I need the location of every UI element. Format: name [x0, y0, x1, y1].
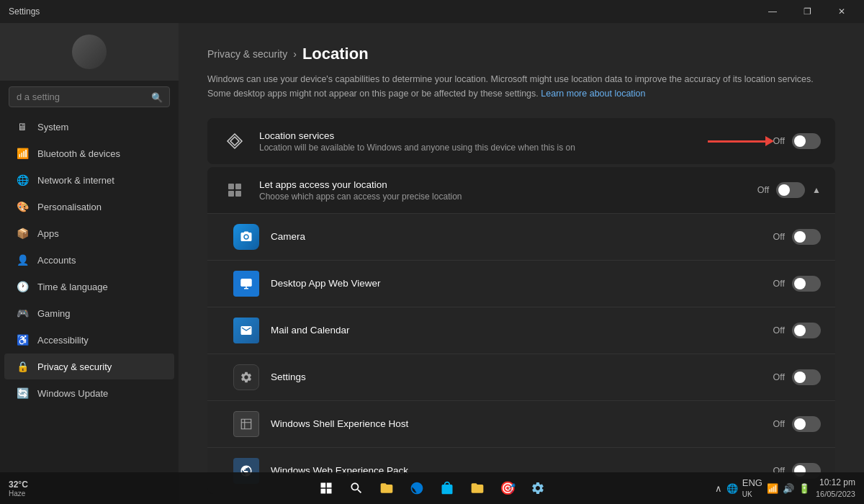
shell-state: Off — [773, 419, 785, 429]
system-tray-icons: ∧ 🌐 ENG UK 📶 🔊 🔋 — [715, 477, 810, 499]
page-title: Location — [302, 45, 369, 63]
sidebar-item-update[interactable]: 🔄 Windows Update — [4, 380, 174, 406]
location-services-card: Location services Location will be avail… — [207, 118, 835, 164]
desktop-app-row: Desktop App Web Viewer Off — [207, 261, 835, 307]
camera-state: Off — [773, 232, 785, 242]
app-access-title: Let apps access your location — [259, 179, 757, 190]
camera-controls: Off — [773, 229, 821, 245]
red-arrow-indicator — [708, 136, 774, 146]
camera-text: Camera — [271, 231, 773, 243]
apps-icon: 📦 — [16, 228, 29, 239]
sidebar-item-accessibility[interactable]: ♿ Accessibility — [4, 327, 174, 353]
location-services-toggle[interactable] — [792, 133, 821, 149]
mail-toggle[interactable] — [792, 323, 821, 338]
toggle-thumb — [794, 325, 806, 336]
location-services-row: Location services Location will be avail… — [207, 118, 835, 164]
gaming-icon: 🎮 — [16, 307, 29, 319]
toggle-thumb — [778, 184, 790, 196]
edge-button[interactable] — [404, 475, 430, 501]
settings-app-controls: Off — [773, 369, 821, 385]
window-controls: — ❐ ✕ — [756, 0, 858, 23]
widget-button[interactable]: 🎯 — [495, 475, 521, 501]
settings-app-title: Settings — [271, 372, 773, 382]
sidebar-item-personalisation[interactable]: 🎨 Personalisation — [4, 194, 174, 220]
file-explorer-button[interactable] — [374, 475, 400, 501]
accessibility-icon: ♿ — [16, 334, 29, 346]
svg-rect-1 — [235, 184, 241, 189]
settings-app-toggle[interactable] — [792, 369, 821, 385]
search-taskbar-button[interactable] — [343, 475, 369, 501]
network-icon: 🌐 — [16, 174, 29, 186]
location-services-title: Location services — [259, 130, 773, 141]
camera-title: Camera — [271, 231, 773, 242]
desktop-app-toggle[interactable] — [792, 276, 821, 292]
settings-taskbar-button[interactable] — [525, 475, 551, 501]
battery-icon[interactable]: 🔋 — [798, 483, 810, 494]
sidebar-nav: 🖥 System 📶 Bluetooth & devices 🌐 Network… — [0, 113, 179, 504]
shell-toggle[interactable] — [792, 416, 821, 432]
sidebar-item-privacy[interactable]: 🔒 Privacy & security — [4, 354, 174, 379]
chevron-up-icon[interactable]: ▲ — [812, 185, 821, 195]
shell-row: Windows Shell Experience Host Off — [207, 401, 835, 448]
mail-title: Mail and Calendar — [271, 325, 773, 336]
svg-rect-5 — [241, 279, 252, 287]
avatar — [72, 35, 107, 69]
network-tray-icon[interactable]: 🌐 — [726, 483, 738, 494]
taskbar: 32°C Haze — [0, 472, 864, 504]
personalisation-icon: 🎨 — [16, 201, 29, 212]
desktop-app-text: Desktop App Web Viewer — [271, 278, 773, 290]
desktop-app-state: Off — [773, 279, 785, 289]
app-access-toggle[interactable] — [776, 182, 805, 198]
volume-icon[interactable]: 🔊 — [783, 483, 794, 494]
breadcrumb-separator: › — [293, 48, 297, 60]
start-button[interactable] — [313, 475, 339, 501]
app-access-icon — [222, 177, 248, 203]
close-button[interactable]: ✕ — [825, 0, 858, 23]
settings-app-icon — [233, 364, 259, 390]
system-icon: 🖥 — [16, 121, 29, 132]
toggle-thumb — [794, 231, 806, 243]
sidebar: 🔍 🖥 System 📶 Bluetooth & devices 🌐 Netwo… — [0, 23, 179, 504]
sidebar-item-accounts[interactable]: 👤 Accounts — [4, 247, 174, 273]
shell-controls: Off — [773, 416, 821, 432]
store-button[interactable] — [434, 475, 460, 501]
app-access-row: Let apps access your location Choose whi… — [207, 167, 835, 214]
arrow-line — [708, 140, 765, 143]
camera-toggle[interactable] — [792, 229, 821, 245]
sidebar-item-apps[interactable]: 📦 Apps — [4, 220, 174, 246]
sidebar-item-network[interactable]: 🌐 Network & internet — [4, 167, 174, 193]
sidebar-item-system[interactable]: 🖥 System — [4, 114, 174, 140]
sidebar-item-time[interactable]: 🕐 Time & language — [4, 274, 174, 300]
settings-app-state: Off — [773, 372, 785, 382]
taskbar-clock[interactable]: 10:12 pm 16/05/2023 — [816, 477, 855, 500]
toggle-thumb — [794, 418, 806, 430]
svg-rect-0 — [228, 184, 234, 189]
sidebar-item-label: Bluetooth & devices — [37, 148, 120, 159]
sidebar-item-label: Gaming — [37, 308, 71, 319]
page-description: Windows can use your device's capabiliti… — [207, 72, 834, 101]
svg-rect-2 — [228, 191, 234, 197]
minimize-button[interactable]: — — [756, 0, 789, 23]
mail-row: Mail and Calendar Off — [207, 307, 835, 354]
accounts-icon: 👤 — [16, 254, 29, 266]
learn-more-link[interactable]: Learn more about location — [541, 89, 645, 99]
shell-icon — [233, 411, 259, 437]
desktop-app-icon — [233, 271, 259, 297]
svg-rect-3 — [235, 191, 241, 197]
maximize-button[interactable]: ❐ — [791, 0, 824, 23]
toggle-thumb — [794, 278, 806, 289]
mail-icon — [233, 318, 259, 343]
breadcrumb-parent[interactable]: Privacy & security — [207, 48, 287, 60]
folders-button[interactable] — [464, 475, 490, 501]
chevron-icon[interactable]: ∧ — [715, 483, 722, 494]
sidebar-item-bluetooth[interactable]: 📶 Bluetooth & devices — [4, 140, 174, 166]
search-input[interactable] — [9, 86, 170, 107]
toggle-thumb — [794, 372, 806, 383]
app-access-card: Let apps access your location Choose whi… — [207, 167, 835, 494]
mail-controls: Off — [773, 323, 821, 338]
wifi-icon[interactable]: 📶 — [767, 483, 778, 494]
clock-time: 10:12 pm — [816, 477, 855, 489]
sidebar-item-label: Time & language — [37, 282, 108, 292]
sidebar-item-gaming[interactable]: 🎮 Gaming — [4, 300, 174, 326]
weather-condition: Haze — [9, 490, 28, 498]
